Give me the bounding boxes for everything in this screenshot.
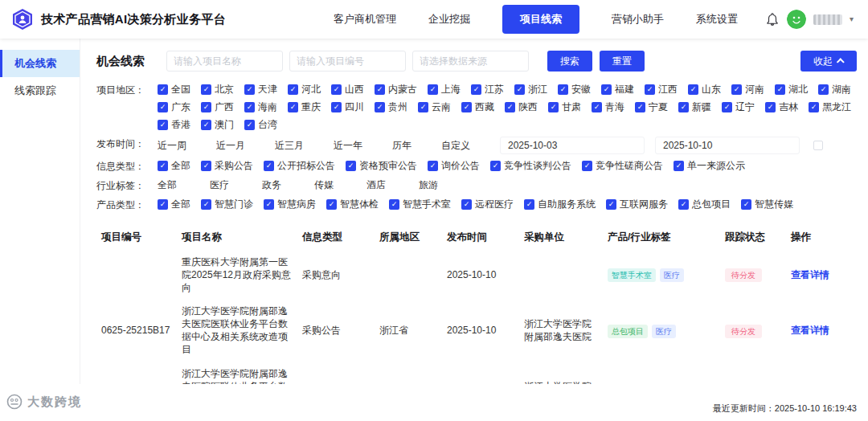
- filter-checkbox-option[interactable]: ✓甘肃: [548, 100, 581, 114]
- filter-checkbox-option[interactable]: ✓宁夏: [635, 100, 668, 114]
- filter-checkbox-option[interactable]: ✓贵州: [375, 100, 407, 114]
- top-nav-item[interactable]: 项目线索: [502, 5, 579, 34]
- filter-checkbox-option[interactable]: ✓全国: [158, 83, 190, 96]
- view-detail-link[interactable]: 查看详情: [791, 269, 829, 280]
- filter-checkbox-option[interactable]: ✓智慧门诊: [201, 198, 253, 211]
- filter-checkbox-option[interactable]: ✓吉林: [765, 100, 798, 114]
- filter-checkbox-option[interactable]: ✓台湾: [244, 118, 277, 132]
- filter-checkbox-option[interactable]: ✓智慧手术室: [389, 198, 451, 211]
- filter-checkbox-option[interactable]: ✓澳门: [201, 118, 234, 132]
- filter-option[interactable]: 旅游: [419, 178, 438, 192]
- filter-checkbox-option[interactable]: ✓河北: [288, 83, 321, 96]
- filter-checkbox-option[interactable]: ✓辽宁: [722, 100, 755, 114]
- view-detail-link[interactable]: 查看详情: [791, 325, 829, 336]
- filter-checkbox-option[interactable]: ✓自助服务系统: [524, 198, 596, 211]
- filter-checkbox-option[interactable]: ✓智慧病房: [264, 198, 316, 211]
- search-button[interactable]: 搜索: [547, 51, 592, 72]
- search-input[interactable]: [166, 51, 283, 72]
- filter-checkbox-option[interactable]: ✓浙江: [514, 83, 547, 96]
- filter-checkbox-option[interactable]: ✓安徽: [558, 83, 591, 96]
- filter-option-label: 黑龙江: [822, 100, 851, 114]
- filter-option[interactable]: 近一周: [158, 139, 186, 153]
- top-nav-item[interactable]: 系统设置: [696, 12, 738, 27]
- filter-option[interactable]: 历年: [392, 139, 411, 153]
- filter-checkbox-option[interactable]: ✓竞争性磋商公告: [582, 159, 663, 173]
- filter-option-label: 陕西: [518, 100, 538, 114]
- filter-checkbox-option[interactable]: ✓江西: [645, 83, 678, 96]
- filter-checkbox-option[interactable]: ✓内蒙古: [375, 83, 417, 96]
- checkbox-checked-icon: ✓: [201, 120, 211, 130]
- filter-checkbox-option[interactable]: ✓四川: [331, 100, 364, 114]
- checkbox-checked-icon: ✓: [674, 161, 684, 171]
- filter-checkbox-option[interactable]: ✓全部: [158, 159, 190, 173]
- sidebar-item[interactable]: 机会线索: [0, 50, 80, 77]
- filter-option[interactable]: 酒店: [366, 178, 386, 192]
- date-to-field[interactable]: 2025-10-10: [655, 137, 800, 154]
- chevron-down-icon[interactable]: ▾: [850, 15, 854, 23]
- filter-checkbox-option[interactable]: ✓湖北: [775, 83, 808, 96]
- filter-option[interactable]: 政务: [262, 178, 281, 192]
- filter-checkbox-option[interactable]: ✓公开招标公告: [264, 159, 335, 173]
- filter-checkbox-option[interactable]: ✓天津: [244, 83, 277, 96]
- date-from-field[interactable]: 2025-10-03: [500, 137, 645, 154]
- filter-option-label: 广西: [215, 100, 234, 114]
- filter-checkbox-option[interactable]: ✓询价公告: [428, 159, 480, 173]
- filter-option[interactable]: 医疗: [210, 178, 229, 192]
- filter-checkbox-option[interactable]: ✓新疆: [678, 100, 711, 114]
- filter-checkbox-option[interactable]: ✓湖南: [818, 83, 851, 96]
- filter-checkbox-option[interactable]: ✓智慧体检: [326, 198, 379, 211]
- top-nav-item[interactable]: 企业挖掘: [428, 12, 470, 27]
- filter-option[interactable]: 近一月: [216, 139, 245, 153]
- filter-checkbox-option[interactable]: ✓互联网服务: [606, 198, 668, 211]
- filter-checkbox-option[interactable]: ✓竞争性谈判公告: [490, 159, 571, 173]
- checkbox-checked-icon: ✓: [678, 102, 689, 112]
- filter-checkbox-option[interactable]: ✓采购公告: [201, 159, 253, 173]
- filter-checkbox-option[interactable]: ✓福建: [601, 83, 634, 96]
- filter-checkbox-option[interactable]: ✓全部: [158, 198, 190, 211]
- filter-checkbox-option[interactable]: ✓山东: [688, 83, 721, 96]
- filter-checkbox-option[interactable]: ✓上海: [428, 83, 461, 96]
- product-tag: 总包项目: [608, 325, 648, 338]
- filter-option-label: 河南: [745, 83, 764, 96]
- filter-option-label: 吉林: [779, 100, 798, 114]
- filter-checkbox-option[interactable]: ✓海南: [244, 100, 277, 114]
- filter-checkbox-option[interactable]: ✓资格预审公告: [346, 159, 417, 173]
- avatar[interactable]: [787, 10, 806, 29]
- filter-option[interactable]: 全部: [158, 178, 177, 192]
- filter-option[interactable]: 传媒: [314, 178, 334, 192]
- notification-bell-icon[interactable]: [765, 12, 780, 27]
- collapse-label: 收起: [813, 55, 833, 68]
- sidebar-item[interactable]: 线索跟踪: [0, 77, 80, 104]
- filter-option-label: 智慧传媒: [755, 198, 793, 211]
- filter-checkbox-option[interactable]: ✓江苏: [471, 83, 504, 96]
- filter-checkbox-option[interactable]: ✓河南: [731, 83, 764, 96]
- checkbox-checked-icon: ✓: [635, 102, 645, 112]
- filter-checkbox-option[interactable]: ✓总包项目: [678, 198, 731, 211]
- top-nav-item[interactable]: 客户商机管理: [334, 12, 396, 27]
- filter-checkbox-option[interactable]: ✓单一来源公示: [674, 159, 745, 173]
- filter-checkbox-option[interactable]: ✓北京: [201, 83, 234, 96]
- checkbox-checked-icon: ✓: [645, 84, 655, 95]
- filter-checkbox-option[interactable]: ✓重庆: [288, 100, 321, 114]
- filter-checkbox-option[interactable]: ✓陕西: [505, 100, 538, 114]
- filter-checkbox-option[interactable]: ✓香港: [158, 118, 190, 132]
- filter-checkbox-option[interactable]: ✓广西: [201, 100, 234, 114]
- filter-option[interactable]: 自定义: [441, 139, 470, 153]
- search-input[interactable]: [289, 51, 406, 72]
- filter-option[interactable]: 近一年: [334, 139, 362, 153]
- collapse-button[interactable]: 收起: [800, 51, 857, 72]
- filter-checkbox-option[interactable]: ✓青海: [592, 100, 624, 114]
- filter-checkbox-option[interactable]: ✓山西: [331, 83, 364, 96]
- search-input[interactable]: [412, 51, 529, 72]
- filter-option[interactable]: 近三月: [275, 139, 304, 153]
- top-nav-item[interactable]: 营销小助手: [612, 12, 664, 27]
- filter-checkbox-option[interactable]: ✓云南: [418, 100, 451, 114]
- filter-checkbox-option[interactable]: ✓广东: [158, 100, 190, 114]
- filter-checkbox-option[interactable]: ✓智慧传媒: [741, 198, 793, 211]
- filter-checkbox-option[interactable]: ✓西藏: [461, 100, 494, 114]
- reset-button[interactable]: 重置: [600, 51, 645, 72]
- checkbox-checked-icon: ✓: [201, 161, 211, 171]
- filter-checkbox-option[interactable]: ✓黑龙江: [809, 100, 851, 114]
- table-column-header: 操作: [786, 224, 857, 251]
- filter-checkbox-option[interactable]: ✓远程医疗: [461, 198, 514, 211]
